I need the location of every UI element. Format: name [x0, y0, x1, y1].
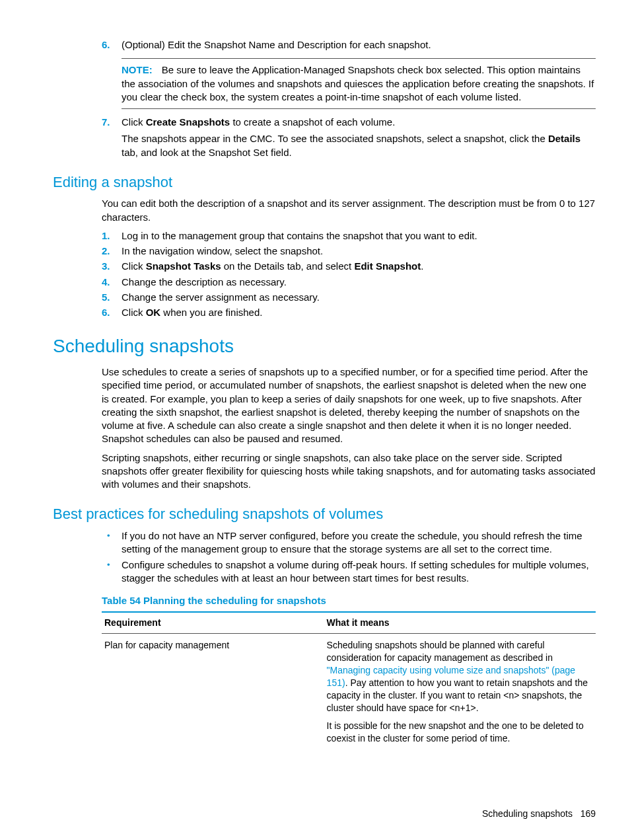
table-header-row: Requirement What it means [102, 612, 596, 633]
bullet-icon: • [102, 558, 122, 586]
note-block: NOTE:Be sure to leave the Application-Ma… [122, 58, 596, 109]
step-text: Click OK when you are finished. [122, 306, 596, 319]
bullet-text: Configure schedules to snapshot a volume… [122, 558, 596, 586]
step-number: 7. [102, 116, 122, 129]
table-row: Plan for capacity management Scheduling … [102, 634, 596, 755]
note-text: Be sure to leave the Application-Managed… [122, 64, 594, 102]
text-pre: Scheduling snapshots should be planned w… [327, 640, 553, 663]
text-bold: OK [146, 307, 161, 318]
step-number: 1. [102, 229, 122, 243]
editing-step-2: 2. In the navigation window, select the … [102, 245, 596, 258]
editing-step-3: 3. Click Snapshot Tasks on the Details t… [102, 260, 596, 273]
text-post: when you are finished. [160, 307, 262, 318]
editing-step-4: 4. Change the description as necessary. [102, 276, 596, 289]
text-bold: Create Snapshots [146, 116, 230, 128]
step-text: In the navigation window, select the sna… [122, 245, 596, 258]
step-number: 3. [102, 260, 122, 273]
text-post: . [421, 260, 423, 272]
scheduling-p2: Scripting snapshots, either recurring or… [102, 451, 596, 492]
text-pre: Click [122, 116, 146, 128]
step-text: Change the server assignment as necessar… [122, 291, 596, 304]
text-bold: Edit Snapshot [354, 260, 421, 272]
editing-step-5: 5. Change the server assignment as neces… [102, 291, 596, 304]
cell-p1: Scheduling snapshots should be planned w… [327, 639, 593, 714]
text-pre: Click [122, 260, 146, 272]
footer-page: 169 [580, 808, 596, 819]
bullet-icon: • [102, 529, 122, 556]
step-text: Click Create Snapshots to create a snaps… [122, 116, 596, 129]
editing-step-6: 6. Click OK when you are finished. [102, 306, 596, 319]
step-text: Log in to the management group that cont… [122, 229, 596, 243]
step-number: 6. [102, 38, 122, 52]
text-post: to create a snapshot of each volume. [230, 116, 395, 128]
step-text: Click Snapshot Tasks on the Details tab,… [122, 260, 596, 273]
text-post: . Pay attention to how you want to retai… [327, 677, 588, 713]
step-text: (Optional) Edit the Snapshot Name and De… [122, 38, 596, 52]
text-mid: on the Details tab, and select [221, 260, 355, 272]
step-number: 6. [102, 306, 122, 319]
table-cell-meaning: Scheduling snapshots should be planned w… [324, 634, 596, 755]
scheduling-p1: Use schedules to create a series of snap… [102, 365, 596, 446]
step-6: 6. (Optional) Edit the Snapshot Name and… [102, 38, 596, 52]
heading-editing-snapshot: Editing a snapshot [53, 172, 596, 192]
table-header-requirement: Requirement [102, 612, 324, 633]
text-post: tab, and look at the Snapshot Set field. [122, 147, 292, 158]
best-bullet-1: • If you do not have an NTP server confi… [102, 529, 596, 556]
table-header-meaning: What it means [324, 612, 596, 633]
editing-step-1: 1. Log in to the management group that c… [102, 229, 596, 243]
note-label: NOTE: [122, 64, 162, 75]
table-planning: Requirement What it means Plan for capac… [102, 611, 596, 755]
step-text: Change the description as necessary. [122, 276, 596, 289]
heading-scheduling-snapshots: Scheduling snapshots [53, 334, 596, 359]
table-cell-requirement: Plan for capacity management [102, 634, 324, 755]
step-7-sub: The snapshots appear in the CMC. To see … [122, 132, 596, 159]
table-caption: Table 54 Planning the scheduling for sna… [102, 594, 596, 607]
text-pre: Click [122, 307, 146, 318]
cell-p2: It is possible for the new snapshot and … [327, 720, 593, 745]
best-bullet-2: • Configure schedules to snapshot a volu… [102, 558, 596, 586]
step-7: 7. Click Create Snapshots to create a sn… [102, 116, 596, 129]
heading-best-practices: Best practices for scheduling snapshots … [53, 504, 596, 524]
text-bold: Details [548, 133, 580, 144]
page-footer: Scheduling snapshots 169 [482, 808, 596, 820]
text-bold: Snapshot Tasks [146, 260, 221, 272]
editing-intro: You can edit both the description of a s… [102, 197, 596, 224]
step-number: 5. [102, 291, 122, 304]
bullet-text: If you do not have an NTP server configu… [122, 529, 596, 556]
step-number: 2. [102, 245, 122, 258]
text-pre: The snapshots appear in the CMC. To see … [122, 133, 548, 144]
step-number: 4. [102, 276, 122, 289]
footer-text: Scheduling snapshots [482, 808, 573, 819]
